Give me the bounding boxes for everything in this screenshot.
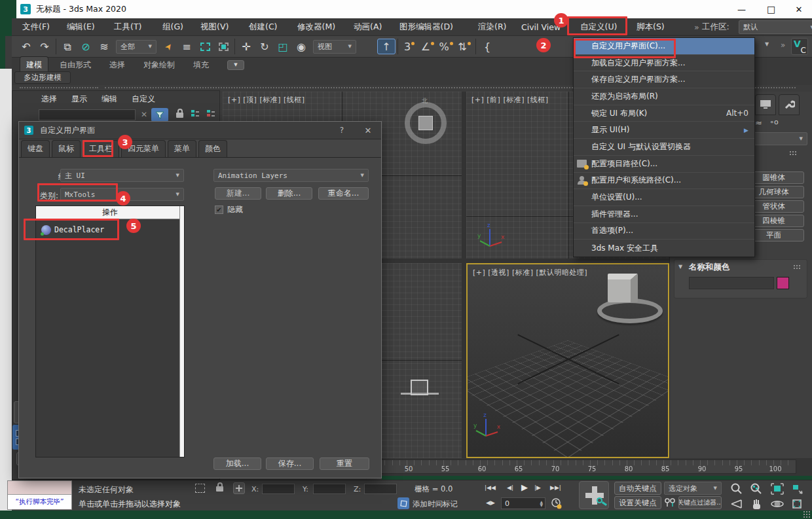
select-and-link-icon[interactable]: ⧉	[58, 38, 77, 55]
delete-toolbar-button[interactable]: 删除...	[266, 187, 312, 200]
pan-hand-icon[interactable]	[748, 497, 765, 511]
field-of-view-icon[interactable]	[728, 497, 745, 511]
menu-item-lock-ui-layout[interactable]: 锁定 UI 布局(K)Alt+0	[574, 105, 754, 122]
angle-snap-icon[interactable]: ∠	[418, 38, 437, 55]
reference-coordinate-dropdown[interactable]: 视图 ▼	[313, 40, 356, 54]
rollout-name-color[interactable]: ▼ 名称和颜色	[674, 259, 807, 298]
prev-frame-icon[interactable]: ◀|	[507, 484, 513, 491]
rectangular-selection-region-icon[interactable]	[196, 38, 214, 55]
maximize-viewport-icon[interactable]	[788, 497, 805, 511]
tab-colors[interactable]: 颜色	[198, 140, 227, 157]
menu-item-configure-project-paths[interactable]: 配置项目路径(C)...	[574, 156, 754, 173]
menu-views[interactable]: 视图(V)	[196, 18, 232, 35]
listener-script-pane[interactable]: “执行脚本完毕”	[8, 495, 71, 509]
expand-list-icon[interactable]	[191, 109, 200, 120]
selection-lock-icon[interactable]	[216, 482, 224, 493]
select-and-rotate-icon[interactable]: ↻	[255, 38, 274, 55]
action-list-header[interactable]: 操作	[36, 206, 184, 219]
next-frame-icon[interactable]: |▶	[534, 484, 541, 491]
maxscript-mini-listener[interactable]: “执行脚本完毕”	[7, 480, 72, 510]
reset-button[interactable]: 重置	[320, 457, 369, 470]
redo-icon[interactable]: ↷	[35, 38, 54, 55]
unlink-selection-icon[interactable]: ⊘	[77, 38, 95, 55]
menu-item-revert-to-startup[interactable]: 还原为启动布局(R)	[574, 88, 754, 105]
zoom-icon[interactable]	[728, 482, 745, 496]
menu-modifiers[interactable]: 修改器(M)	[293, 18, 339, 35]
play-icon[interactable]: ▶	[521, 482, 528, 492]
absolute-mode-icon[interactable]	[233, 482, 245, 494]
scene-explorer-menu-select[interactable]: 选择	[41, 94, 57, 105]
command-panel-tab-display[interactable]	[755, 94, 776, 115]
maximize-button[interactable]: □	[756, 4, 786, 14]
scene-explorer-menu-edit[interactable]: 编辑	[101, 94, 117, 105]
ribbon-subtab-polygon-modeling[interactable]: 多边形建模	[14, 71, 71, 84]
frame-step-icon[interactable]: ◀▶	[486, 499, 495, 506]
select-and-place-icon[interactable]: ◉	[292, 38, 310, 55]
dialog-close-icon[interactable]: ✕	[355, 126, 381, 135]
menu-create[interactable]: 创建(C)	[245, 18, 281, 35]
toolbar-drag-handle[interactable]	[20, 87, 98, 88]
current-frame-field[interactable]: 0 ▲▼	[501, 497, 545, 509]
z-field[interactable]	[364, 484, 397, 494]
tab-menus[interactable]: 菜单	[168, 140, 196, 157]
spinner-icon[interactable]: ▲▼	[540, 500, 545, 507]
close-button[interactable]: ✕	[786, 5, 812, 14]
object-name-field[interactable]	[689, 277, 774, 289]
dialog-titlebar[interactable]: 3 自定义用户界面 ? ✕	[19, 122, 381, 139]
toolbar-select-dropdown[interactable]: Animation Layers ▼	[213, 169, 369, 182]
menu-item-units-setup[interactable]: 单位设置(U)...	[574, 189, 754, 206]
tab-mouse[interactable]: 鼠标	[52, 140, 81, 157]
isolate-selection-icon[interactable]	[195, 484, 205, 493]
zoom-extents-icon[interactable]	[769, 482, 786, 496]
save-button[interactable]: 保存...	[266, 457, 314, 470]
menu-group[interactable]: 组(G)	[158, 18, 187, 35]
menu-rendering[interactable]: 渲染(R)	[474, 18, 510, 35]
minimize-button[interactable]: —	[727, 5, 756, 14]
key-filters-button[interactable]: 关键点过滤器...	[678, 496, 722, 509]
viewport-perspective[interactable]: [+] [透视] [标准] [默认明暗处理] z x y	[466, 263, 669, 458]
command-panel-tab-utilities[interactable]	[779, 94, 800, 115]
lock-icon[interactable]	[176, 109, 184, 119]
menu-item-security-tools[interactable]: 3ds Max 安全工具	[574, 240, 754, 257]
time-config-icon[interactable]	[551, 497, 563, 511]
go-to-start-icon[interactable]: |◀◀	[485, 484, 496, 491]
viewport-perspective-label[interactable]: [+] [透视] [标准] [默认明暗处理]	[473, 268, 587, 277]
menu-item-preferences[interactable]: 首选项(P)...	[574, 223, 754, 240]
toolbar-overflow-arrow-icon[interactable]: ▼	[765, 41, 769, 47]
ribbon-tab-selection[interactable]: 选择	[100, 57, 134, 73]
menu-item-ui-switcher[interactable]: 自定义 UI 与默认设置切换器	[574, 139, 754, 156]
systems-icon[interactable]: ∘o	[769, 118, 779, 126]
new-key-mode-icon[interactable]	[664, 496, 677, 511]
scene-explorer-search-input[interactable]	[39, 109, 136, 120]
named-selection-sets-icon[interactable]: {	[478, 38, 496, 55]
auto-key-toggle-icon[interactable]	[579, 481, 609, 509]
x-field[interactable]	[262, 484, 295, 494]
ribbon-tab-freeform[interactable]: 自由形式	[50, 57, 100, 73]
menu-item-save-ui-scheme[interactable]: 保存自定义用户界面方案...	[574, 71, 754, 88]
toolbar-overflow-chevron[interactable]: »	[781, 41, 785, 50]
scene-explorer-menu-customize[interactable]: 自定义	[132, 94, 155, 105]
window-crossing-icon[interactable]	[214, 38, 232, 55]
menu-item-configure-user-paths[interactable]: 配置用户和系统路径(C)...	[574, 173, 754, 190]
rename-toolbar-button[interactable]: 重命名...	[318, 187, 369, 200]
load-button[interactable]: 加载...	[213, 457, 261, 470]
percent-snap-icon[interactable]: %	[437, 38, 455, 55]
menu-scripting[interactable]: 脚本(S)	[633, 18, 669, 35]
snap-toggle-3d-icon[interactable]: 3	[400, 38, 418, 55]
action-list-scrollbar[interactable]	[179, 206, 184, 457]
listener-macro-pane[interactable]	[8, 481, 71, 495]
ribbon-minimize-icon[interactable]: ▼	[227, 60, 244, 70]
set-key-button[interactable]: 设置关键点	[614, 496, 661, 509]
tab-keyboard[interactable]: 键盘	[21, 140, 50, 157]
menu-graph-editors[interactable]: 图形编辑器(D)	[396, 18, 457, 35]
scene-explorer-menu-display[interactable]: 显示	[71, 94, 87, 105]
auto-key-button[interactable]: 自动关键点	[614, 482, 661, 495]
menu-edit[interactable]: 编辑(E)	[63, 18, 99, 35]
spinner-snap-icon[interactable]: ⇅	[455, 38, 473, 55]
select-by-name-icon[interactable]: ≡	[177, 38, 196, 55]
display-filter-icon[interactable]	[151, 108, 168, 122]
menu-item-plugin-manager[interactable]: 插件管理器...	[574, 206, 754, 223]
viewport-top-label[interactable]: [+] [顶] [标准] [线框]	[228, 95, 305, 105]
civil-view-badge-icon[interactable]: V C	[791, 38, 808, 55]
collapse-list-icon[interactable]	[206, 109, 215, 120]
